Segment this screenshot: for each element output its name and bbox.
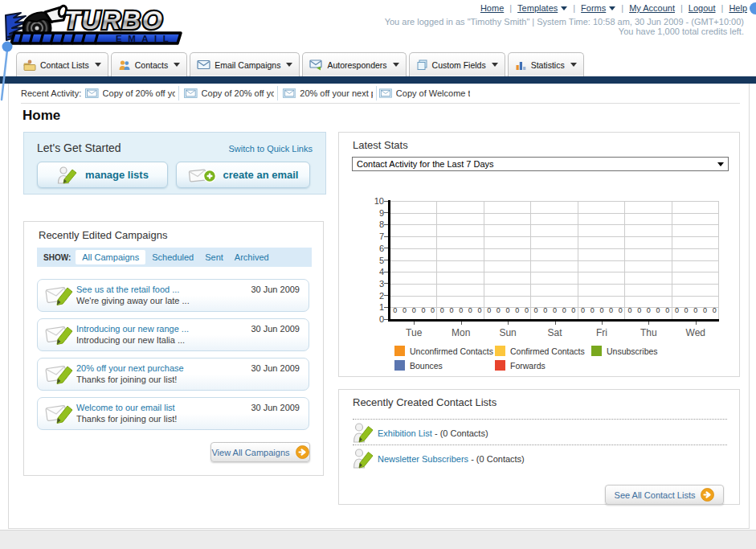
filter-archived[interactable]: Archived: [235, 252, 269, 262]
value-label: 0: [672, 306, 680, 314]
value-label: 0: [644, 306, 652, 314]
y-tick-label: 6: [360, 244, 384, 253]
nav-templates-link[interactable]: Templates: [517, 3, 567, 13]
value-label: 0: [419, 306, 427, 314]
stats-activity-select[interactable]: Contact Activity for the Last 7 Days: [352, 157, 729, 171]
arrow-right-icon: [701, 488, 714, 502]
campaign-subtitle: Thanks for joining our list!: [76, 375, 177, 384]
legend-label: Confirmed Contacts: [510, 346, 585, 356]
tab-custom-fields[interactable]: Custom Fields: [409, 52, 505, 76]
get-started-panel: Let's Get Started Switch to Quick Links …: [23, 132, 326, 195]
campaign-title-link[interactable]: See us at the retail food ...: [76, 285, 179, 294]
y-axis: [388, 200, 390, 322]
value-label: 0: [401, 306, 409, 314]
contact-list-link[interactable]: Exhibition List: [378, 428, 432, 438]
nav-forms-link[interactable]: Forms: [581, 3, 615, 13]
x-tick-label: Fri: [582, 327, 622, 338]
value-label: 0: [570, 306, 578, 314]
recent-activity-item[interactable]: Copy of 20% off yo: [184, 86, 278, 100]
tab-statistics[interactable]: Statistics: [508, 52, 584, 76]
value-label: 0: [579, 306, 587, 314]
recent-activity-item[interactable]: Copy of Welcome to: [379, 86, 473, 100]
value-label: 0: [701, 306, 709, 314]
gridline: [484, 201, 484, 319]
x-tick: [414, 322, 415, 325]
contacts-icon: [118, 59, 131, 71]
campaign-card[interactable]: 20% off your next purchase Thanks for jo…: [37, 358, 309, 391]
campaign-card[interactable]: Welcome to our email list Thanks for joi…: [37, 397, 309, 430]
y-tick-label: 10: [360, 196, 384, 206]
recent-activity-label: Recent Activity:: [21, 88, 81, 98]
value-label: 0: [476, 306, 484, 314]
x-tick: [602, 322, 603, 325]
value-label: 0: [664, 306, 672, 314]
create-email-button[interactable]: create an email: [176, 162, 310, 188]
value-label: 0: [654, 306, 662, 314]
tab-contacts[interactable]: Contacts: [111, 52, 187, 76]
page-title: Home: [22, 108, 60, 124]
filter-scheduled[interactable]: Scheduled: [152, 252, 194, 262]
x-tick: [648, 322, 649, 325]
legend-entry: Bounces: [394, 360, 443, 371]
gridline: [672, 201, 672, 319]
email-campaigns-icon: [197, 59, 210, 70]
gridline: [390, 260, 719, 261]
campaign-title-link[interactable]: Welcome to our email list: [76, 403, 175, 412]
value-label: 0: [682, 306, 690, 314]
nav-my-account-link[interactable]: My Account: [629, 3, 675, 13]
value-label: 0: [607, 306, 615, 314]
campaign-subtitle: Thanks for joining our list!: [76, 414, 177, 424]
nav-separator: |: [721, 3, 724, 13]
filter-all-campaigns[interactable]: All Campaigns: [76, 250, 145, 264]
nav-home-link[interactable]: Home: [480, 3, 504, 13]
campaign-card[interactable]: Introducing our new range ... Introducin…: [37, 318, 309, 351]
nav-help-link[interactable]: Help: [729, 3, 747, 13]
tab-email-campaigns[interactable]: Email Campaigns: [190, 52, 300, 76]
value-label: 0: [457, 306, 465, 314]
main-tabs: Contact Lists Contacts Email Campaigns A…: [16, 52, 584, 76]
tab-contact-lists[interactable]: Contact Lists: [16, 52, 108, 76]
recent-activity-item[interactable]: 20% off your next p: [283, 86, 377, 100]
y-tick-label: 7: [360, 231, 384, 241]
campaign-title-link[interactable]: 20% off your next purchase: [76, 363, 184, 373]
envelope-pencil-icon: [45, 285, 74, 307]
chevron-down-icon: [393, 63, 399, 67]
chevron-down-icon: [570, 63, 577, 67]
y-tick-label: 8: [360, 219, 384, 229]
contact-list-item: Exhibition List - (0 Contacts): [378, 428, 488, 438]
legend-label: Unsubscribes: [607, 346, 658, 356]
campaign-title-link[interactable]: Introducing our new range ...: [76, 324, 189, 334]
contact-list-link[interactable]: Newsletter Subscribers: [378, 454, 468, 464]
user-pencil-icon: [353, 448, 374, 469]
see-all-contact-lists-button[interactable]: See All Contact Lists: [605, 485, 724, 505]
value-label: 0: [598, 306, 606, 314]
campaign-card[interactable]: See us at the retail food ... We're givi…: [37, 279, 309, 312]
campaign-date: 30 Jun 2009: [251, 285, 300, 294]
gridline: [390, 248, 719, 249]
filter-sent[interactable]: Sent: [205, 252, 223, 262]
campaigns-filter-bar: SHOW: All Campaigns Scheduled Sent Archi…: [37, 248, 312, 267]
x-tick-label: Mon: [441, 327, 481, 338]
recent-activity-item[interactable]: Copy of 20% off yo: [85, 86, 179, 100]
envelope-icon: [184, 88, 198, 98]
contact-list-item: Newsletter Subscribers - (0 Contacts): [378, 454, 525, 464]
switch-quick-links-link[interactable]: Switch to Quick Links: [228, 144, 313, 154]
x-tick: [461, 322, 462, 325]
legend-swatch: [495, 346, 505, 356]
autoresponders-icon: [309, 59, 323, 71]
legend-entry: Forwards: [495, 360, 546, 371]
nav-logout-link[interactable]: Logout: [689, 3, 716, 13]
view-all-campaigns-button[interactable]: View All Campaigns: [210, 442, 310, 462]
y-tick-label: 5: [360, 256, 384, 265]
utility-nav: Home | Templates | Forms | My Account | …: [480, 3, 747, 13]
latest-stats-title: Latest Stats: [353, 139, 408, 151]
chevron-down-icon: [561, 6, 567, 10]
tab-autoresponders[interactable]: Autoresponders: [302, 52, 406, 76]
campaign-date: 30 Jun 2009: [251, 363, 300, 373]
value-label: 0: [410, 306, 418, 314]
gridline: [390, 296, 719, 297]
gridline: [436, 201, 437, 319]
manage-lists-button[interactable]: manage lists: [37, 162, 168, 188]
legend-entry: Unconfirmed Contacts: [394, 346, 493, 356]
help-icon[interactable]: [750, 2, 756, 14]
